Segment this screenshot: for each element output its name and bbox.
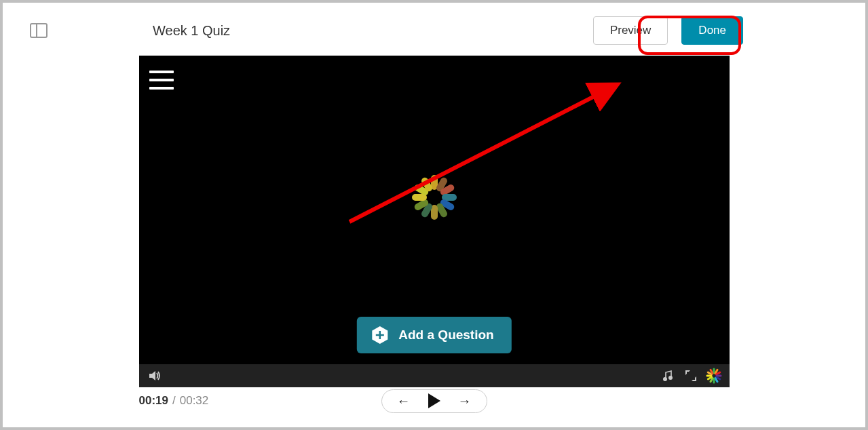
svg-marker-9 [692, 376, 696, 381]
fullscreen-icon[interactable] [683, 368, 698, 383]
svg-point-7 [668, 376, 671, 379]
svg-marker-5 [149, 371, 155, 380]
add-question-button[interactable]: Add a Question [356, 317, 511, 353]
panel-toggle-icon[interactable] [30, 23, 48, 38]
time-total: 00:32 [180, 394, 209, 407]
kaltura-logo-icon[interactable] [706, 368, 721, 383]
time-display: 00:19/00:32 [139, 394, 209, 408]
bottom-controls: 00:19/00:32 ← → [139, 387, 730, 408]
music-note-icon[interactable] [660, 368, 675, 383]
time-current: 00:19 [139, 394, 168, 407]
preview-button[interactable]: Preview [593, 16, 668, 45]
add-question-label: Add a Question [398, 328, 493, 343]
video-player[interactable]: Add a Question [139, 56, 730, 364]
done-button[interactable]: Done [681, 16, 743, 45]
play-icon[interactable] [428, 393, 440, 408]
plus-hexagon-icon [370, 326, 389, 345]
svg-point-6 [663, 378, 666, 380]
video-container: Add a Question [139, 56, 730, 408]
app-frame: Week 1 Quiz Preview Done [3, 3, 865, 427]
playback-nav-pill: ← → [381, 389, 487, 413]
hamburger-menu-icon[interactable] [149, 71, 174, 90]
next-arrow-icon[interactable]: → [458, 393, 472, 409]
top-bar: Week 1 Quiz Preview Done [3, 3, 865, 52]
prev-arrow-icon[interactable]: ← [397, 393, 411, 409]
svg-line-1 [350, 86, 614, 222]
arrow-annotation [343, 76, 635, 232]
video-controls-bar [139, 364, 730, 387]
svg-marker-8 [685, 370, 690, 375]
loading-spinner-icon [410, 173, 459, 222]
volume-icon[interactable] [147, 368, 162, 383]
page-title: Week 1 Quiz [153, 23, 580, 39]
time-separator: / [172, 394, 176, 407]
